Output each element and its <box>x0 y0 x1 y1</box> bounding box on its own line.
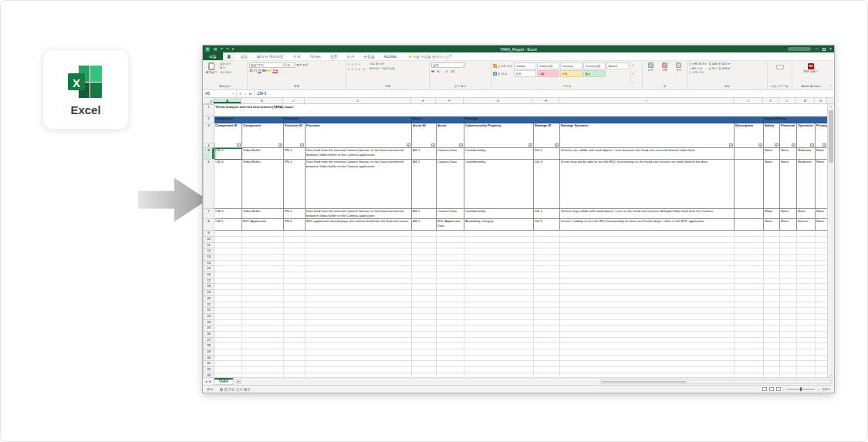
borders-icon[interactable]: ⊞▾ <box>262 69 267 73</box>
cell[interactable]: None <box>816 160 828 209</box>
cell[interactable] <box>284 343 306 349</box>
cell[interactable]: None <box>816 219 828 231</box>
cell[interactable] <box>306 319 412 326</box>
cell[interactable] <box>764 308 780 314</box>
cell[interactable] <box>214 284 242 290</box>
number-format-icon[interactable]: .0 <box>445 69 448 73</box>
col-header-Component[interactable]: Component▾ <box>242 123 284 148</box>
cell[interactable] <box>764 302 780 308</box>
cell-style-chip[interactable]: 보통 <box>560 70 583 77</box>
row-number-3[interactable]: 3 <box>204 123 214 143</box>
cell[interactable] <box>560 302 735 308</box>
cell[interactable] <box>780 373 797 377</box>
sheet-nav-left-icon[interactable]: ◂ <box>205 380 207 383</box>
cell[interactable] <box>412 331 437 337</box>
cell[interactable] <box>735 148 764 160</box>
cell[interactable] <box>214 337 242 343</box>
cell[interactable]: CM-1 <box>214 219 242 231</box>
row-number-29[interactable]: 29 <box>204 349 214 356</box>
cells-button-삽입[interactable]: 삽입 <box>644 62 657 85</box>
cell[interactable] <box>816 319 828 326</box>
align-bottom-icons[interactable]: ≡ ≡ ≡ ⇤ ⇥ <box>348 67 366 71</box>
cell[interactable] <box>464 284 534 290</box>
cell[interactable] <box>797 231 816 237</box>
cell[interactable]: Vehicle can collide with road objects / … <box>560 148 735 160</box>
row-number-13[interactable]: 13 <box>204 255 214 261</box>
zoom-slider[interactable] <box>787 389 815 390</box>
cell[interactable] <box>735 308 764 314</box>
cell[interactable] <box>284 255 306 261</box>
cell[interactable] <box>780 313 797 319</box>
cell[interactable] <box>816 361 828 367</box>
cell[interactable] <box>780 302 797 308</box>
cell[interactable] <box>764 248 780 255</box>
cell[interactable] <box>306 266 412 272</box>
cell[interactable] <box>412 231 437 237</box>
cell[interactable]: None <box>780 148 797 160</box>
cell[interactable] <box>560 319 735 326</box>
cell[interactable] <box>534 302 560 308</box>
menu-tab-file[interactable]: 파일 <box>203 52 223 60</box>
cell[interactable] <box>437 319 464 326</box>
cell[interactable] <box>412 295 437 302</box>
row-number-17[interactable]: 17 <box>204 278 214 284</box>
cell[interactable] <box>797 326 816 332</box>
formula-input[interactable]: CM-3 <box>255 90 834 97</box>
column-header-A[interactable]: A <box>214 98 241 103</box>
gallery-more-icon[interactable]: ▿ <box>633 81 634 84</box>
cell[interactable]: AS-2 <box>412 219 437 231</box>
cell[interactable] <box>284 284 306 290</box>
col-header-Function ID[interactable]: Function ID▾ <box>284 123 306 148</box>
cell[interactable] <box>780 236 797 242</box>
enter-icon[interactable]: ✓ <box>244 92 246 96</box>
cell[interactable] <box>560 248 735 255</box>
cell[interactable] <box>816 367 828 373</box>
cell[interactable] <box>735 361 764 367</box>
cell[interactable]: Severe <box>797 219 816 231</box>
cell[interactable] <box>534 272 560 278</box>
cell[interactable] <box>284 260 306 266</box>
cell[interactable] <box>437 272 464 278</box>
col-header-Privacy[interactable]: Privacy▾ <box>816 123 828 148</box>
cell[interactable] <box>214 231 242 237</box>
gallery-down-icon[interactable]: ▾ <box>633 73 634 76</box>
cell[interactable] <box>816 266 828 272</box>
cell[interactable] <box>534 331 560 337</box>
underline-button[interactable]: 가 <box>258 69 262 73</box>
cell[interactable] <box>764 242 780 248</box>
cell[interactable] <box>412 308 437 314</box>
cell[interactable] <box>780 231 797 237</box>
cell[interactable] <box>816 255 828 261</box>
cell[interactable]: None <box>764 219 780 231</box>
cell[interactable] <box>534 319 560 326</box>
cell[interactable] <box>735 231 764 237</box>
cell[interactable] <box>816 313 828 319</box>
row-number-18[interactable]: 18 <box>204 284 214 290</box>
cell[interactable] <box>242 349 284 356</box>
row-number-19[interactable]: 19 <box>204 290 214 296</box>
menu-tab-데이터[interactable]: 데이터 <box>306 52 326 60</box>
cell[interactable] <box>284 308 306 314</box>
row-number-12[interactable]: 12 <box>204 248 214 255</box>
cell[interactable] <box>560 266 735 272</box>
cell[interactable] <box>284 236 306 242</box>
cell[interactable]: FN-1 <box>284 148 306 160</box>
cell[interactable] <box>560 308 735 314</box>
cell[interactable] <box>284 373 306 377</box>
cell[interactable]: Video Buffer <box>242 160 284 209</box>
align-top-icons[interactable]: ≡ ≡ ≡ ﹀ <box>348 62 366 66</box>
cell[interactable] <box>816 326 828 332</box>
redo-icon[interactable]: ↷ <box>226 46 229 52</box>
cell[interactable] <box>464 319 534 326</box>
cell[interactable] <box>816 290 828 296</box>
cell[interactable] <box>764 255 780 261</box>
cell[interactable] <box>534 266 560 272</box>
cell[interactable] <box>214 367 242 373</box>
cell[interactable] <box>437 295 464 302</box>
cell[interactable] <box>780 266 797 272</box>
fx-icon[interactable]: fx <box>249 92 252 96</box>
conditional-formatting-button[interactable]: 조건부 서식 <box>493 62 512 69</box>
cell[interactable] <box>797 278 816 284</box>
cell[interactable] <box>284 266 306 272</box>
cell[interactable] <box>437 278 464 284</box>
